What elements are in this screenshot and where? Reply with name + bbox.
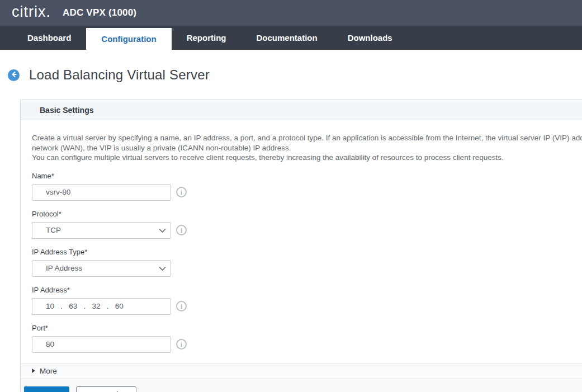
basic-settings-body: Create a virtual server by specifying a … — [21, 120, 582, 363]
ok-button[interactable]: OK — [24, 386, 69, 392]
citrix-logo: citrix. — [12, 4, 51, 22]
more-label: More — [40, 367, 57, 375]
ip-address-type-select[interactable]: IP Address — [32, 260, 171, 277]
ip-address-label: IP Address* — [32, 286, 582, 294]
ip-address-input[interactable]: 10 . 63 . 32 . 60 — [32, 298, 171, 315]
page-title: Load Balancing Virtual Server — [29, 67, 210, 83]
page-header: Load Balancing Virtual Server — [0, 50, 582, 84]
description-line: network (WAN), the VIP is usually a priv… — [32, 143, 582, 153]
main-nav: Dashboard Configuration Reporting Docume… — [0, 26, 582, 50]
port-label: Port* — [32, 324, 582, 332]
tab-downloads[interactable]: Downloads — [333, 26, 408, 50]
info-glyph: i — [181, 189, 182, 196]
arrow-left-icon — [11, 70, 17, 80]
back-button[interactable] — [8, 69, 20, 81]
tab-documentation[interactable]: Documentation — [242, 26, 333, 50]
info-icon[interactable]: i — [176, 225, 187, 235]
protocol-label: Protocol* — [32, 210, 582, 218]
info-glyph: i — [181, 341, 182, 348]
tab-configuration[interactable]: Configuration — [86, 28, 171, 50]
protocol-field: Protocol* TCP i — [32, 210, 582, 239]
name-input[interactable] — [32, 184, 171, 201]
protocol-select-wrap: TCP — [32, 222, 171, 239]
description-text: Create a virtual server by specifying a … — [32, 133, 582, 163]
info-icon[interactable]: i — [176, 339, 187, 350]
name-label: Name* — [32, 172, 582, 180]
cancel-button[interactable]: Cancel — [76, 386, 136, 392]
info-icon[interactable]: i — [176, 301, 187, 311]
description-line: You can configure multiple virtual serve… — [32, 153, 582, 163]
tab-reporting[interactable]: Reporting — [172, 26, 242, 50]
app-header: citrix. ADC VPX (1000) — [0, 0, 582, 26]
info-glyph: i — [181, 227, 182, 234]
name-field: Name* i — [32, 172, 582, 201]
info-icon[interactable]: i — [176, 187, 187, 197]
ip-address-type-field: IP Address Type* IP Address — [32, 248, 582, 277]
tab-dashboard[interactable]: Dashboard — [12, 26, 86, 50]
ip-address-type-label: IP Address Type* — [32, 248, 582, 256]
basic-settings-panel: Basic Settings Create a virtual server b… — [20, 100, 582, 392]
protocol-select[interactable]: TCP — [32, 222, 171, 239]
info-glyph: i — [181, 303, 182, 310]
port-field: Port* i — [32, 324, 582, 353]
chevron-right-icon — [32, 369, 35, 373]
ip-address-type-select-wrap: IP Address — [32, 260, 171, 277]
panel-footer: OK Cancel — [21, 379, 582, 392]
more-expander[interactable]: More — [21, 363, 582, 379]
app-title: ADC VPX (1000) — [63, 7, 136, 18]
port-input[interactable] — [32, 336, 171, 353]
section-header-basic-settings: Basic Settings — [21, 100, 582, 120]
ip-address-field: IP Address* 10 . 63 . 32 . 60 i — [32, 286, 582, 315]
description-line: Create a virtual server by specifying a … — [32, 133, 582, 143]
